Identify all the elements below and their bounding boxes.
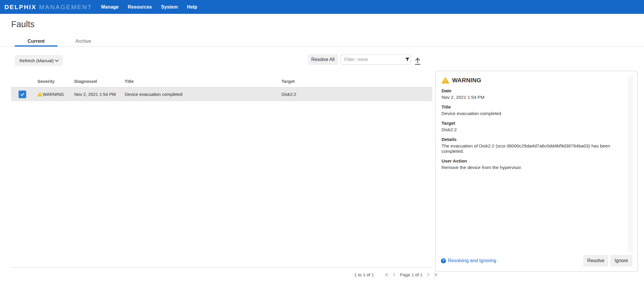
first-page-icon[interactable] (385, 272, 389, 277)
field-title-value: Device evacuation completed (442, 111, 621, 116)
row-severity: WARNING (43, 92, 64, 97)
field-user-action: User Action Remove the device from the h… (442, 158, 621, 170)
tab-current[interactable]: Current (15, 36, 57, 46)
table-header: Severity Diagnosed Title Target (11, 75, 432, 87)
filter-field[interactable] (340, 55, 411, 65)
resolve-all-label: Resolve All (311, 57, 335, 62)
field-target-value: Disk2:2 (442, 127, 621, 132)
resolve-button[interactable]: Resolve (583, 255, 608, 267)
nav-item-help[interactable]: Help (187, 4, 197, 10)
column-header-title[interactable]: Title (125, 79, 281, 84)
field-target-label: Target (442, 121, 621, 126)
row-severity-cell: WARNING (37, 92, 74, 97)
warning-icon (442, 77, 449, 84)
help-icon: ? (441, 258, 446, 263)
nav-links: Manage Resources System Help (101, 4, 197, 10)
help-link[interactable]: ? Resolving and Ignoring (441, 258, 496, 263)
panel-severity-title: WARNING (452, 77, 481, 84)
field-user-action-value: Remove the device from the hypervisor. (442, 165, 621, 170)
nav-item-manage[interactable]: Manage (101, 4, 119, 10)
resolve-all-button[interactable]: Resolve All (308, 54, 338, 65)
tab-archive[interactable]: Archive (62, 36, 105, 46)
refresh-dropdown[interactable]: Refresh (Manual) (15, 55, 63, 66)
pagination-controls: Page 1 of 1 (385, 272, 438, 277)
resolve-button-label: Resolve (587, 258, 605, 263)
last-page-icon[interactable] (433, 272, 438, 277)
pagination-page-label: Page 1 of 1 (400, 272, 423, 277)
panel-body: Date Nov 2, 2021 1:54 PM Title Device ev… (436, 88, 638, 170)
brand-primary: DELPHIX (4, 4, 37, 11)
top-nav: DELPHIX MANAGEMENT Manage Resources Syst… (0, 0, 644, 14)
field-title: Title Device evacuation completed (442, 104, 621, 116)
filter-input[interactable] (344, 57, 405, 62)
column-header-diagnosed[interactable]: Diagnosed (74, 79, 125, 84)
field-details: Details The evacuation of Disk2:2 (scsi-… (442, 137, 621, 154)
content-divider (11, 267, 432, 267)
brand-secondary: MANAGEMENT (39, 4, 93, 11)
tab-current-label: Current (28, 39, 45, 44)
nav-item-resources[interactable]: Resources (128, 4, 152, 10)
faults-table: Severity Diagnosed Title Target (11, 75, 432, 101)
field-user-action-label: User Action (442, 158, 621, 164)
field-details-value: The evacuation of Disk2:2 (scsi-36000c29… (442, 143, 621, 154)
row-checkbox[interactable] (19, 91, 26, 98)
row-diagnosed: Nov 2, 2021 1:54 PM (74, 92, 125, 97)
column-header-target[interactable]: Target (281, 79, 432, 84)
filter-funnel-icon (405, 58, 410, 62)
table-row[interactable]: WARNING Nov 2, 2021 1:54 PM Device evacu… (11, 87, 432, 101)
fault-detail-panel: WARNING Date Nov 2, 2021 1:54 PM Title D… (435, 71, 638, 272)
panel-footer: ? Resolving and Ignoring Resolve Ignore (436, 255, 638, 271)
panel-header: WARNING (436, 71, 638, 84)
field-date: Date Nov 2, 2021 1:54 PM (442, 88, 621, 100)
pagination: 1 to 1 of 1 Page 1 of 1 (354, 271, 438, 278)
ignore-button-label: Ignore (615, 258, 628, 263)
panel-scrollbar[interactable] (628, 76, 633, 253)
refresh-dropdown-label: Refresh (Manual) (19, 58, 54, 63)
field-date-label: Date (442, 88, 621, 93)
field-title-label: Title (442, 104, 621, 110)
ignore-button[interactable]: Ignore (610, 255, 633, 267)
export-icon[interactable] (413, 57, 422, 65)
next-page-icon[interactable] (426, 272, 430, 277)
column-header-severity[interactable]: Severity (37, 79, 74, 84)
row-title: Device evacuation completed (125, 92, 281, 97)
panel-actions: Resolve Ignore (583, 255, 633, 267)
row-checkbox-cell (11, 91, 37, 98)
prev-page-icon[interactable] (392, 272, 396, 277)
field-details-label: Details (442, 137, 621, 142)
delphix-logo: DELPHIX MANAGEMENT (4, 4, 92, 11)
page-title: Faults (11, 19, 34, 29)
chevron-down-icon (55, 58, 59, 62)
row-target: Disk2:2 (281, 92, 432, 97)
help-link-label: Resolving and Ignoring (448, 258, 496, 263)
tab-archive-label: Archive (75, 39, 91, 44)
warning-icon (37, 92, 42, 96)
field-date-value: Nov 2, 2021 1:54 PM (442, 95, 621, 100)
field-target: Target Disk2:2 (442, 121, 621, 132)
nav-item-system[interactable]: System (161, 4, 178, 10)
faults-page: DELPHIX MANAGEMENT Manage Resources Syst… (0, 0, 644, 284)
pagination-range: 1 to 1 of 1 (354, 272, 374, 277)
tab-bar: Current Archive (0, 36, 644, 47)
